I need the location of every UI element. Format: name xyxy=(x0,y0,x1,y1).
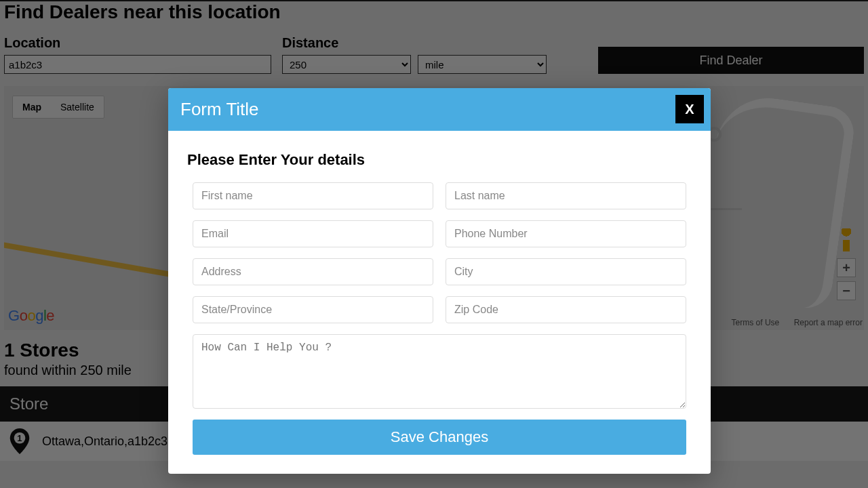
modal-subtitle: Please Enter Your details xyxy=(187,151,692,169)
map-type-toggle: Map Satellite xyxy=(12,96,104,119)
first-name-input[interactable] xyxy=(193,182,433,209)
address-input[interactable] xyxy=(193,258,433,285)
map-pin-icon: 1 xyxy=(9,428,30,454)
zoom-out-button[interactable]: − xyxy=(837,281,856,300)
distance-select[interactable]: 250 xyxy=(282,55,411,74)
modal-close-button[interactable]: X xyxy=(675,95,704,123)
zoom-in-button[interactable]: + xyxy=(837,258,856,277)
map-tab-satellite[interactable]: Satellite xyxy=(51,96,104,118)
zip-input[interactable] xyxy=(446,296,686,323)
modal-title: Form Title xyxy=(168,88,711,131)
phone-input[interactable] xyxy=(446,220,686,247)
filter-row: Location Distance 250 mile Find Dealer xyxy=(0,35,868,86)
email-input[interactable] xyxy=(193,220,433,247)
svg-point-0 xyxy=(14,432,26,444)
unit-select[interactable]: mile xyxy=(418,55,547,74)
terms-link[interactable]: Terms of Use xyxy=(732,318,780,327)
pegman-icon[interactable] xyxy=(837,228,855,251)
store-address: Ottawa,Ontario,a1b2c3 xyxy=(42,434,167,449)
last-name-input[interactable] xyxy=(446,182,686,209)
find-dealer-button[interactable]: Find Dealer xyxy=(598,47,864,74)
map-tab-map[interactable]: Map xyxy=(13,96,51,118)
google-logo: Google xyxy=(8,307,54,325)
report-link[interactable]: Report a map error xyxy=(794,318,863,327)
details-form-modal: Form Title X Please Enter Your details S… xyxy=(168,88,711,474)
svg-text:1: 1 xyxy=(17,433,22,443)
message-textarea[interactable] xyxy=(193,334,686,409)
save-changes-button[interactable]: Save Changes xyxy=(193,420,686,455)
map-footer: Terms of Use Report a map error xyxy=(719,318,863,327)
location-label: Location xyxy=(4,35,271,51)
location-input[interactable] xyxy=(4,55,271,74)
state-input[interactable] xyxy=(193,296,433,323)
page-title: Find Dealers near this location xyxy=(0,1,868,35)
distance-label: Distance xyxy=(282,35,547,51)
city-input[interactable] xyxy=(446,258,686,285)
